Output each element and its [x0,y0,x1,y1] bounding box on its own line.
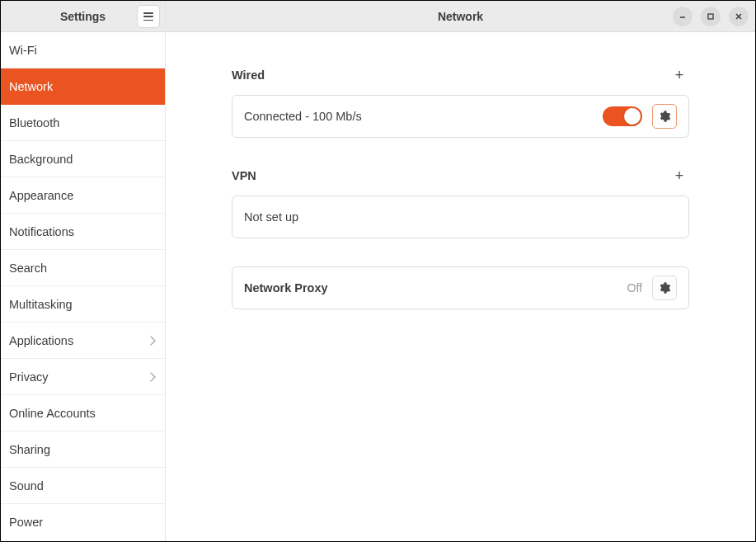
proxy-controls: Off [627,276,677,300]
sidebar-item-label: Bluetooth [9,116,59,130]
toggle-knob [624,108,641,125]
sidebar-item-label: Power [9,516,43,529]
vpn-title: VPN [232,169,256,182]
add-vpn-button[interactable]: + [669,166,689,186]
close-icon [735,12,743,21]
wired-settings-button[interactable] [652,104,677,129]
sidebar: Settings Wi-Fi Network Bluetooth Backgro… [1,1,166,541]
gear-icon [658,110,671,123]
sidebar-item-label: Privacy [9,370,49,384]
maximize-icon [707,12,715,21]
main-content: Network Wired + [166,1,755,541]
content-area: Wired + Connected - 100 Mb/s [166,32,755,541]
sidebar-item-label: Online Accounts [9,407,96,420]
proxy-title: Network Proxy [244,281,328,295]
hamburger-icon [143,12,153,21]
sidebar-list: Wi-Fi Network Bluetooth Background Appea… [1,32,165,541]
sidebar-item-notifications[interactable]: Notifications [1,214,165,250]
sidebar-item-sound[interactable]: Sound [1,468,165,504]
proxy-row[interactable]: Network Proxy Off [232,266,689,309]
sidebar-item-network[interactable]: Network [1,68,165,105]
sidebar-item-privacy[interactable]: Privacy [1,359,165,395]
sidebar-item-label: Sound [9,479,44,493]
sidebar-item-sharing[interactable]: Sharing [1,431,165,468]
minimize-icon [679,12,687,21]
wired-controls [603,104,677,129]
sidebar-item-label: Notifications [9,225,74,238]
gear-icon [658,281,671,295]
plus-icon: + [675,167,684,185]
sidebar-header: Settings [1,1,165,32]
add-wired-button[interactable]: + [669,65,689,85]
vpn-row: Not set up [232,196,689,238]
wired-status: Connected - 100 Mb/s [244,110,362,123]
sidebar-item-wifi[interactable]: Wi-Fi [1,32,165,68]
sidebar-item-appearance[interactable]: Appearance [1,177,165,214]
wired-toggle[interactable] [603,106,642,126]
sidebar-item-background[interactable]: Background [1,141,165,177]
minimize-button[interactable] [673,7,693,26]
sidebar-item-label: Network [9,80,53,93]
sidebar-item-label: Applications [9,334,73,347]
sidebar-item-multitasking[interactable]: Multitasking [1,286,165,323]
sidebar-title: Settings [60,10,106,23]
sidebar-item-label: Appearance [9,189,73,202]
maximize-button[interactable] [701,7,721,26]
sidebar-item-bluetooth[interactable]: Bluetooth [1,105,165,141]
sidebar-item-label: Background [9,153,73,166]
vpn-status: Not set up [244,210,298,224]
sidebar-item-label: Wi-Fi [9,44,37,57]
sidebar-item-label: Sharing [9,443,50,456]
page-title: Network [438,10,483,23]
sidebar-item-label: Search [9,262,47,275]
plus-icon: + [675,67,684,84]
wired-section-header: Wired + [232,65,689,85]
proxy-settings-button[interactable] [652,276,677,300]
vpn-section-header: VPN + [232,166,689,186]
main-header: Network [166,1,755,32]
sidebar-item-label: Multitasking [9,298,73,311]
menu-button[interactable] [137,5,160,28]
sidebar-item-power[interactable]: Power [1,504,165,540]
window-controls [673,7,749,26]
sidebar-item-search[interactable]: Search [1,250,165,286]
wired-connection-row: Connected - 100 Mb/s [232,95,689,138]
close-button[interactable] [729,7,749,26]
sidebar-item-applications[interactable]: Applications [1,323,165,359]
svg-rect-1 [708,14,713,19]
wired-title: Wired [232,68,265,82]
chevron-right-icon [150,372,157,382]
sidebar-item-online-accounts[interactable]: Online Accounts [1,395,165,431]
proxy-status: Off [627,281,642,295]
chevron-right-icon [150,336,157,346]
